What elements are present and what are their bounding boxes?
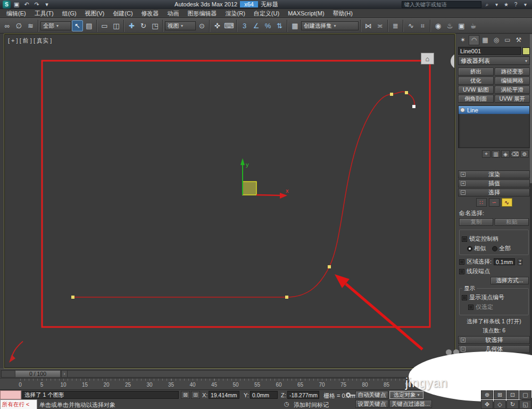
selection-filter-dropdown[interactable]: 全部▾ [40, 21, 71, 30]
viewcube[interactable] [451, 53, 454, 69]
menu-item-4[interactable]: 视图(V) [81, 10, 109, 18]
use-pivot-center-icon[interactable]: ⊙ [196, 20, 207, 31]
selected-only-checkbox[interactable] [468, 305, 473, 310]
undo-icon[interactable]: ↶ [22, 1, 31, 9]
menu-item-9[interactable]: 渲染(R) [221, 10, 250, 18]
segment-end-checkbox[interactable] [459, 269, 464, 274]
select-and-move-icon[interactable]: ✚ [126, 20, 137, 31]
menu-item-12[interactable]: 帮助(H) [329, 10, 357, 18]
paste-button[interactable]: 粘贴 [495, 218, 529, 226]
rollout-rendering[interactable]: + 渲染 [458, 170, 530, 178]
zoom-icon[interactable]: ⊕ [481, 390, 493, 399]
menu-item-5[interactable]: 创建(C) [109, 10, 137, 18]
mirror-icon[interactable]: ⋈ [363, 20, 374, 31]
all-radio[interactable] [492, 246, 497, 251]
menu-item-1[interactable]: 编辑(E) [2, 10, 30, 18]
material-editor-icon[interactable]: ◉ [433, 20, 444, 31]
window-crossing-icon[interactable]: ◫ [111, 20, 122, 31]
spline-subobject-icon[interactable]: ∿ [502, 198, 512, 207]
lock-handles-checkbox[interactable] [462, 236, 467, 242]
search-icon[interactable]: ⌕ [483, 2, 491, 8]
snaps-toggle-icon[interactable]: 3 [239, 20, 250, 31]
tab-utilities-icon[interactable]: ⚒ [513, 35, 524, 45]
layer-manager-icon[interactable]: ≣ [390, 20, 401, 31]
menu-item-8[interactable]: 图形编辑器 [184, 10, 221, 18]
similar-radio[interactable] [467, 246, 472, 251]
selected-objects-dropdown[interactable]: 选定对象▾ [389, 391, 423, 399]
render-setup-icon[interactable]: ♨ [444, 20, 455, 31]
tab-modify-icon[interactable]: ◠ [469, 35, 479, 45]
modifier-button-5[interactable]: UVW 贴图 [458, 86, 494, 94]
menu-item-6[interactable]: 修改器 [137, 10, 163, 18]
remove-modifier-icon[interactable]: ⌫ [511, 150, 519, 158]
select-by-name-icon[interactable]: ▤ [84, 20, 95, 31]
select-and-link-icon[interactable]: ∞ [2, 20, 13, 31]
rollout-selection[interactable]: − 选择 [458, 189, 530, 197]
z-coordinate-field[interactable]: -18.277mm [287, 391, 319, 399]
favorites-icon[interactable]: ★ [502, 2, 510, 7]
select-and-manipulate-icon[interactable]: ✜ [212, 20, 223, 31]
modifier-stack[interactable]: Line [458, 105, 530, 148]
align-icon[interactable]: ≍ [375, 20, 386, 31]
modifier-button-8[interactable]: UVW 展开 [495, 95, 530, 103]
area-selection-field[interactable]: 0.1mm [494, 258, 515, 265]
key-icon[interactable] [346, 392, 351, 397]
area-selection-spinner[interactable]: ▲▼ [518, 259, 522, 265]
viewcube-home-icon[interactable]: ⌂ [421, 53, 434, 64]
rectangle-shape[interactable] [42, 61, 430, 327]
orbit-icon[interactable]: ↻ [506, 400, 519, 409]
pin-stack-icon[interactable]: ⌖ [482, 150, 491, 158]
tab-display-icon[interactable]: ▭ [502, 35, 513, 45]
angle-snap-icon[interactable]: ∠ [251, 20, 262, 31]
modifier-button-4[interactable]: 编辑网格 [495, 77, 530, 85]
select-and-rotate-icon[interactable]: ↻ [138, 20, 149, 31]
select-object-icon[interactable]: ↖ [72, 20, 83, 31]
time-slider[interactable]: 0 / 100 › › [0, 369, 455, 378]
reference-coordinate-dropdown[interactable]: 视图▾ [165, 21, 196, 30]
schematic-view-icon[interactable]: ⌗ [417, 20, 428, 31]
field-of-view-icon[interactable]: ◇ [494, 400, 506, 409]
rectangular-selection-region-icon[interactable]: ▭ [99, 20, 110, 31]
modifier-button-3[interactable]: 优化 [458, 77, 494, 85]
redo-icon[interactable]: ↷ [32, 1, 41, 9]
zoom-all-icon[interactable]: ⊞ [494, 390, 506, 399]
help-icon[interactable]: ? [512, 2, 520, 7]
object-color-swatch[interactable] [522, 47, 530, 55]
maxscript-listener-field[interactable]: 所有在行 < [0, 399, 37, 409]
segment-subobject-icon[interactable]: ∽ [489, 198, 500, 207]
tab-hierarchy-icon[interactable]: ▦ [480, 35, 491, 45]
front-viewport[interactable]: y x [ + ] [ 前 ] [ 真实 ] ⌂ [4, 34, 455, 368]
rendered-frame-window-icon[interactable]: ▣ [456, 20, 467, 31]
rollout-interpolation[interactable]: + 插值 [458, 179, 530, 187]
spline-vertex[interactable] [405, 91, 408, 94]
modifier-button-2[interactable]: 路径变形 [495, 68, 530, 76]
spline-vertex[interactable] [285, 296, 288, 299]
stack-bulb-icon[interactable] [460, 108, 465, 112]
menu-item-10[interactable]: 自定义(U) [250, 10, 284, 18]
maximize-viewport-icon[interactable]: ◱ [519, 400, 531, 409]
pan-icon[interactable]: ✥ [481, 400, 493, 409]
stack-item-line[interactable]: Line [459, 106, 529, 114]
set-key-button[interactable]: 设置关键点 [355, 400, 388, 408]
rollout-soft-selection[interactable]: + 软选择 [458, 336, 530, 344]
spline-vertex[interactable] [390, 93, 393, 96]
curve-editor-icon[interactable]: ∿ [405, 20, 417, 31]
panel-scrollbar-thumb[interactable] [530, 34, 532, 183]
time-slider-track[interactable] [1, 370, 454, 378]
vertex-subobject-icon[interactable]: ∷ [476, 198, 487, 207]
spline-end-vertex[interactable] [412, 105, 415, 108]
save-icon[interactable]: ▣ [12, 1, 21, 9]
spinner-snap-icon[interactable]: ⇅ [274, 20, 285, 31]
add-time-tag[interactable]: 添加时间标记 [294, 401, 329, 409]
edit-named-selection-sets-icon[interactable]: ▦ [289, 20, 301, 31]
tab-create-icon[interactable]: ✶ [458, 35, 468, 45]
spline-vertex[interactable] [328, 265, 331, 268]
tab-motion-icon[interactable]: ◎ [491, 35, 502, 45]
track-bar[interactable]: 0510152025303540455055606570758085909510… [0, 378, 455, 389]
copy-button[interactable]: 复制 [459, 218, 493, 226]
configure-modifier-sets-icon[interactable]: ⚙ [520, 150, 529, 158]
menu-item-11[interactable]: MAXScript(M) [284, 10, 328, 17]
menu-item-3[interactable]: 组(G) [58, 10, 81, 18]
make-unique-icon[interactable]: ◈ [501, 150, 510, 158]
selection-lock-icon[interactable]: ⊠ [181, 391, 190, 399]
